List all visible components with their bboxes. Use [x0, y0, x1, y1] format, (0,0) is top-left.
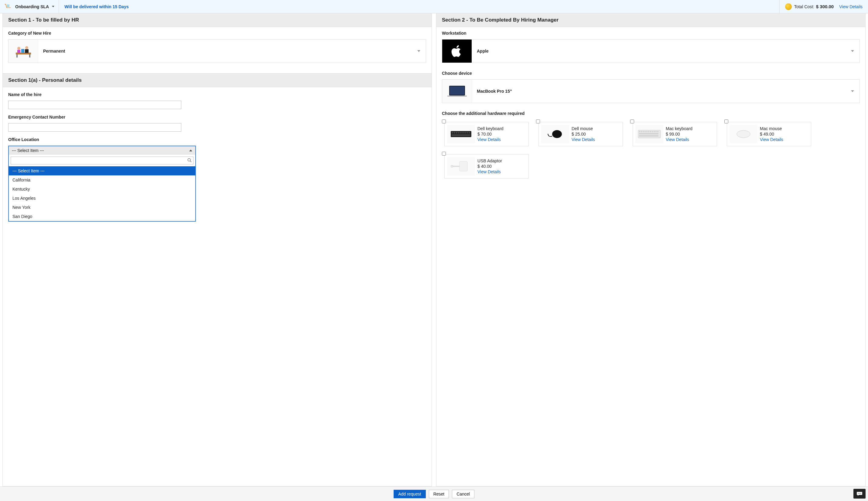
section1a: Section 1(a) - Personal details Name of …: [3, 73, 431, 227]
device-value: MacBook Pro 15": [472, 89, 851, 94]
hardware-checkbox[interactable]: [724, 119, 728, 124]
main: Section 1 - To be filled by HR Category …: [0, 13, 868, 487]
hardware-item-dell-mouse: Dell mouse $ 25.00 View Details: [536, 119, 623, 146]
svg-rect-22: [460, 132, 462, 134]
mouse-icon: [541, 125, 569, 143]
svg-rect-24: [464, 132, 466, 134]
workstation-label: Workstation: [442, 31, 860, 35]
svg-rect-39: [656, 131, 657, 132]
total-cost-label: Total Cost:: [794, 4, 814, 9]
svg-rect-26: [469, 132, 470, 134]
office-location-combo[interactable]: --- Select Item --- --- Select Item --- …: [8, 146, 196, 222]
combo-display[interactable]: --- Select Item ---: [9, 146, 195, 155]
svg-rect-20: [456, 132, 458, 134]
hardware-view-details[interactable]: View Details: [666, 137, 692, 142]
combo-display-text: --- Select Item ---: [12, 148, 44, 153]
combo-option-san-diego[interactable]: San Diego: [9, 212, 195, 221]
emergency-input[interactable]: [8, 123, 181, 132]
combo-option-california[interactable]: California: [9, 175, 195, 184]
hardware-name: Mac keyboard: [666, 126, 692, 131]
svg-rect-10: [25, 49, 29, 53]
svg-rect-30: [639, 131, 640, 132]
macbook-icon: [446, 84, 468, 98]
svg-rect-46: [451, 166, 453, 167]
hardware-checkbox[interactable]: [442, 119, 446, 124]
category-label: Category of New Hire: [8, 31, 426, 35]
svg-rect-8: [17, 50, 20, 53]
hardware-price: $ 49.00: [760, 132, 783, 137]
left-column: Section 1 - To be filled by HR Category …: [2, 13, 432, 487]
hardware-item-usb-adaptor: USB Adaptor $ 40.00 View Details: [442, 152, 529, 179]
svg-rect-15: [450, 86, 464, 95]
svg-rect-32: [642, 131, 644, 132]
apple-logo-icon: [451, 44, 463, 58]
combo-search-input[interactable]: [11, 157, 186, 164]
hardware-name: Dell mouse: [572, 126, 595, 131]
device-label: Choose device: [442, 71, 860, 76]
hardware-card: Dell mouse $ 25.00 View Details: [538, 122, 623, 146]
office-workers-icon: [13, 43, 34, 59]
combo-option-new-york[interactable]: New York: [9, 203, 195, 212]
hardware-item-mac-keyboard: Mac keyboard $ 99.00 View Details: [630, 119, 717, 146]
svg-rect-34: [646, 131, 648, 132]
total-cost-value: $ 300.00: [816, 4, 834, 9]
svg-rect-25: [466, 132, 468, 134]
name-label: Name of the hire: [8, 92, 426, 97]
svg-rect-37: [652, 131, 653, 132]
chevron-down-icon: [851, 90, 854, 92]
combo-option-placeholder[interactable]: --- Select Item ---: [9, 166, 195, 175]
view-details-link[interactable]: View Details: [839, 4, 862, 9]
svg-rect-36: [650, 131, 651, 132]
search-icon: [186, 158, 193, 163]
svg-rect-23: [462, 132, 464, 134]
device-select[interactable]: MacBook Pro 15": [442, 79, 860, 103]
hardware-view-details[interactable]: View Details: [760, 137, 783, 142]
right-column: Section 2 - To Be Completed By Hiring Ma…: [436, 13, 866, 487]
category-select[interactable]: Permanent: [8, 39, 426, 63]
cart-icon: [4, 3, 12, 10]
device-thumb: [442, 79, 472, 103]
svg-line-13: [190, 161, 191, 162]
coins-icon: [785, 3, 792, 10]
apple-thumb: [442, 40, 472, 63]
svg-rect-3: [9, 6, 9, 7]
hardware-card: Mac mouse $ 49.00 View Details: [727, 122, 811, 146]
svg-rect-11: [21, 49, 24, 53]
hardware-name: Dell keyboard: [477, 126, 504, 131]
combo-option-los-angeles[interactable]: Los Angeles: [9, 194, 195, 203]
hardware-checkbox[interactable]: [442, 152, 446, 156]
sla-selector[interactable]: Onboarding SLA: [0, 0, 59, 13]
delivery-text: Will be delivered within 15 Days: [64, 4, 129, 9]
hardware-checkbox[interactable]: [630, 119, 634, 124]
svg-point-28: [552, 130, 562, 138]
hardware-view-details[interactable]: View Details: [477, 137, 504, 142]
hardware-view-details[interactable]: View Details: [572, 137, 595, 142]
top-bar: Onboarding SLA Will be delivered within …: [0, 0, 868, 13]
combo-search: [11, 157, 194, 164]
workstation-select[interactable]: Apple: [442, 39, 860, 63]
hardware-grid: Dell keyboard $ 70.00 View Details: [442, 119, 860, 179]
svg-rect-16: [447, 95, 467, 97]
section1a-header: Section 1(a) - Personal details: [3, 74, 431, 87]
emergency-label: Emergency Contact Number: [8, 115, 426, 119]
svg-rect-19: [454, 132, 455, 134]
svg-rect-27: [452, 135, 471, 136]
chevron-up-icon: [189, 150, 192, 151]
svg-rect-21: [458, 132, 460, 134]
delivery-message: Will be delivered within 15 Days: [59, 0, 134, 13]
combo-list: --- Select Item --- California Kentucky …: [9, 166, 195, 221]
svg-rect-45: [452, 166, 460, 167]
hardware-view-details[interactable]: View Details: [477, 169, 502, 174]
category-thumb: [9, 40, 38, 63]
svg-rect-41: [639, 133, 658, 135]
hardware-price: $ 70.00: [477, 132, 504, 137]
hardware-checkbox[interactable]: [536, 119, 540, 124]
workstation-value: Apple: [472, 49, 851, 53]
combo-option-kentucky[interactable]: Kentucky: [9, 184, 195, 194]
hardware-item-dell-keyboard: Dell keyboard $ 70.00 View Details: [442, 119, 529, 146]
chevron-down-icon: [417, 50, 420, 52]
caret-down-icon: [52, 6, 54, 7]
name-input[interactable]: [8, 100, 181, 109]
svg-rect-1: [9, 4, 9, 5]
svg-rect-42: [639, 135, 658, 137]
